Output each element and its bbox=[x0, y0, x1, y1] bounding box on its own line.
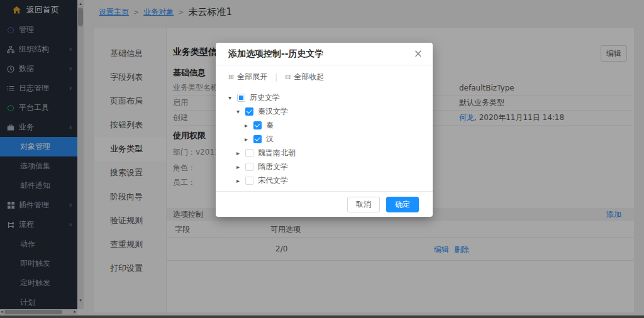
expand-all-icon: ⊞ bbox=[228, 73, 234, 81]
tree-node-history-literature: ▾ 历史文学 bbox=[216, 90, 433, 104]
tree-node-qin: ▸ 秦 bbox=[216, 118, 433, 132]
tree-node-qinhan-literature: ▾ 秦汉文学 bbox=[216, 104, 433, 118]
add-option-control-dialog: 添加选项控制--历史文学 × ⊞ 全部展开 | ⊟ 全部收起 ▾ 历史文学 ▾ bbox=[216, 43, 433, 217]
tree-node-label[interactable]: 宋代文学 bbox=[258, 175, 288, 186]
expand-all-label: 全部展开 bbox=[237, 72, 267, 82]
tree-node-songdai: ▸ 宋代文学 bbox=[216, 173, 433, 187]
tree-node-label[interactable]: 隋唐文学 bbox=[258, 162, 288, 172]
checkbox-checked[interactable] bbox=[245, 107, 253, 116]
dialog-title: 添加选项控制--历史文学 bbox=[228, 48, 324, 60]
cancel-button[interactable]: 取消 bbox=[347, 197, 380, 212]
tree-node-label[interactable]: 历史文学 bbox=[250, 92, 280, 103]
checkbox-indeterminate[interactable] bbox=[237, 94, 245, 102]
toolbar-divider: | bbox=[275, 73, 277, 82]
confirm-button[interactable]: 确定 bbox=[386, 197, 419, 212]
caret-right-icon[interactable]: ▸ bbox=[236, 177, 245, 184]
tree-node-suitang: ▸ 隋唐文学 bbox=[216, 160, 433, 173]
tree-toolbar: ⊞ 全部展开 | ⊟ 全部收起 bbox=[228, 72, 324, 82]
tree-node-label[interactable]: 秦汉文学 bbox=[258, 106, 288, 117]
app-window: 返回首页 管理 组织结构 ∨ 数据 ∨ 日志管理 ∨ bbox=[0, 0, 644, 318]
caret-right-icon[interactable]: ▸ bbox=[245, 136, 253, 143]
checkbox-unchecked[interactable] bbox=[245, 149, 253, 157]
checkbox-checked[interactable] bbox=[253, 135, 262, 143]
caret-down-icon[interactable]: ▾ bbox=[236, 108, 245, 115]
collapse-all-label: 全部收起 bbox=[294, 72, 324, 82]
caret-down-icon[interactable]: ▾ bbox=[228, 94, 237, 101]
caret-right-icon[interactable]: ▸ bbox=[236, 150, 245, 156]
tree-node-label[interactable]: 秦 bbox=[266, 120, 274, 131]
dialog-header: 添加选项控制--历史文学 × bbox=[216, 43, 433, 65]
close-icon[interactable]: × bbox=[414, 48, 423, 59]
checkbox-unchecked[interactable] bbox=[245, 177, 253, 185]
collapse-all-icon: ⊟ bbox=[285, 73, 291, 81]
checkbox-checked[interactable] bbox=[253, 121, 262, 129]
dialog-footer: 取消 确定 bbox=[216, 191, 433, 217]
tree-node-han: ▸ 汉 bbox=[216, 132, 433, 146]
collapse-all-button[interactable]: ⊟ 全部收起 bbox=[285, 72, 324, 82]
tree-node-label[interactable]: 汉 bbox=[266, 134, 274, 145]
caret-right-icon[interactable]: ▸ bbox=[236, 163, 245, 170]
tree-node-label[interactable]: 魏晋南北朝 bbox=[258, 148, 296, 158]
checkbox-unchecked[interactable] bbox=[245, 163, 253, 171]
option-tree: ▾ 历史文学 ▾ 秦汉文学 ▸ 秦 ▸ 汉 ▸ 魏晋南 bbox=[216, 90, 433, 187]
expand-all-button[interactable]: ⊞ 全部展开 bbox=[228, 72, 267, 82]
tree-node-weijin: ▸ 魏晋南北朝 bbox=[216, 146, 433, 160]
caret-right-icon[interactable]: ▸ bbox=[245, 122, 253, 129]
